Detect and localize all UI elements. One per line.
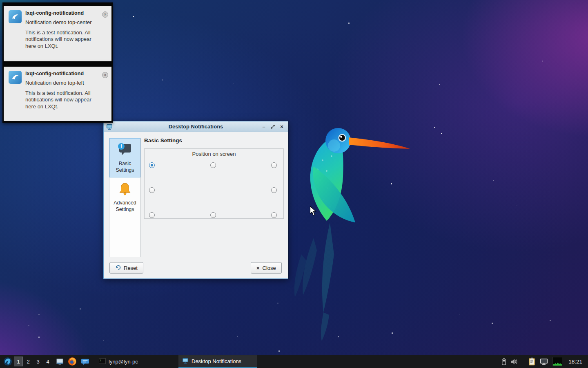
close-icon[interactable]: × bbox=[102, 72, 108, 78]
taskbar-task[interactable]: Desktop Notifications bbox=[178, 355, 257, 368]
cpu-monitor-icon[interactable] bbox=[552, 357, 562, 366]
sidebar-item-label: Basic Settings bbox=[110, 160, 140, 174]
reset-icon bbox=[115, 265, 121, 272]
notification-app-name: lxqt-config-notificationd bbox=[25, 71, 98, 76]
radio-top-left[interactable] bbox=[149, 162, 155, 168]
close-button-label: Close bbox=[263, 265, 276, 271]
window-icon bbox=[106, 123, 113, 130]
notification-popup: lxqt-config-notificationd Notification d… bbox=[2, 63, 113, 123]
advanced-settings-icon bbox=[118, 182, 132, 198]
reset-button-label: Reset bbox=[124, 265, 138, 271]
lxqt-logo-icon bbox=[9, 71, 22, 84]
sidebar-item-basic-settings[interactable]: ! Basic Settings bbox=[109, 138, 140, 177]
minimize-button[interactable]: – bbox=[260, 123, 267, 130]
clock[interactable]: 18:21 bbox=[568, 359, 582, 365]
app-menu-button[interactable] bbox=[2, 356, 13, 367]
close-icon[interactable]: × bbox=[102, 11, 108, 18]
workspace-button-3[interactable]: 3 bbox=[33, 357, 42, 366]
volume-icon[interactable] bbox=[510, 358, 518, 365]
radio-bottom-center[interactable] bbox=[210, 212, 216, 218]
lxqt-logo-icon bbox=[9, 10, 22, 23]
radio-bottom-left[interactable] bbox=[149, 212, 155, 218]
firefox-launcher-icon[interactable] bbox=[67, 356, 78, 367]
terminal-window-icon bbox=[99, 358, 106, 365]
reset-button[interactable]: Reset bbox=[109, 262, 143, 274]
svg-text:!: ! bbox=[120, 144, 122, 149]
page-title: Basic Settings bbox=[144, 137, 182, 144]
task-label: lynp@lyn-pc bbox=[109, 359, 138, 365]
chat-launcher-icon[interactable] bbox=[80, 356, 90, 367]
file-manager-launcher-icon[interactable] bbox=[54, 356, 65, 367]
window-titlebar[interactable]: Desktop Notifications – × bbox=[104, 121, 288, 132]
settings-sidebar: ! Basic Settings Advanced Settings bbox=[109, 138, 141, 257]
mouse-cursor bbox=[310, 206, 317, 218]
display-icon[interactable] bbox=[540, 358, 548, 365]
desktop-notifications-window: Desktop Notifications – × Basic Settings… bbox=[103, 121, 288, 279]
close-x-icon: × bbox=[256, 265, 260, 271]
radio-middle-left[interactable] bbox=[149, 187, 155, 193]
basic-settings-icon: ! bbox=[117, 142, 133, 159]
battery-icon[interactable] bbox=[502, 358, 506, 365]
radio-top-right[interactable] bbox=[271, 162, 277, 168]
notification-body: This is a test notification. All notific… bbox=[25, 90, 98, 110]
notification-popup: lxqt-config-notificationd Notification d… bbox=[2, 2, 113, 63]
restore-button[interactable] bbox=[269, 123, 276, 130]
close-button[interactable]: × bbox=[278, 123, 285, 130]
taskbar-task[interactable]: lynp@lyn-pc bbox=[95, 355, 174, 368]
taskbar: 1 2 3 4 lynp@lyn-pc Desktop Notification… bbox=[0, 355, 588, 368]
sidebar-item-advanced-settings[interactable]: Advanced Settings bbox=[109, 177, 140, 217]
close-dialog-button[interactable]: × Close bbox=[251, 262, 282, 274]
hummingbird-illustration bbox=[289, 119, 412, 344]
desktop-notifications-window-icon bbox=[182, 357, 189, 365]
workspace-button-1[interactable]: 1 bbox=[14, 357, 23, 366]
radio-middle-right[interactable] bbox=[271, 187, 277, 193]
group-title: Position on screen bbox=[145, 151, 283, 157]
notification-summary: Notification demo top-left bbox=[25, 80, 98, 87]
notification-app-name: lxqt-config-notificationd bbox=[25, 10, 98, 16]
task-label: Desktop Notifications bbox=[192, 358, 241, 364]
workspace-button-2[interactable]: 2 bbox=[24, 357, 33, 366]
notification-body: This is a test notification. All notific… bbox=[25, 29, 98, 50]
workspace-button-4[interactable]: 4 bbox=[43, 357, 52, 366]
sidebar-item-label: Advanced Settings bbox=[110, 200, 140, 213]
notification-summary: Notification demo top-center bbox=[25, 19, 98, 26]
clipboard-icon[interactable] bbox=[528, 357, 535, 366]
position-on-screen-group: Position on screen bbox=[144, 148, 284, 219]
radio-bottom-right[interactable] bbox=[271, 212, 277, 218]
radio-top-center[interactable] bbox=[210, 162, 216, 168]
desktop: lxqt-config-notificationd Notification d… bbox=[0, 0, 588, 368]
